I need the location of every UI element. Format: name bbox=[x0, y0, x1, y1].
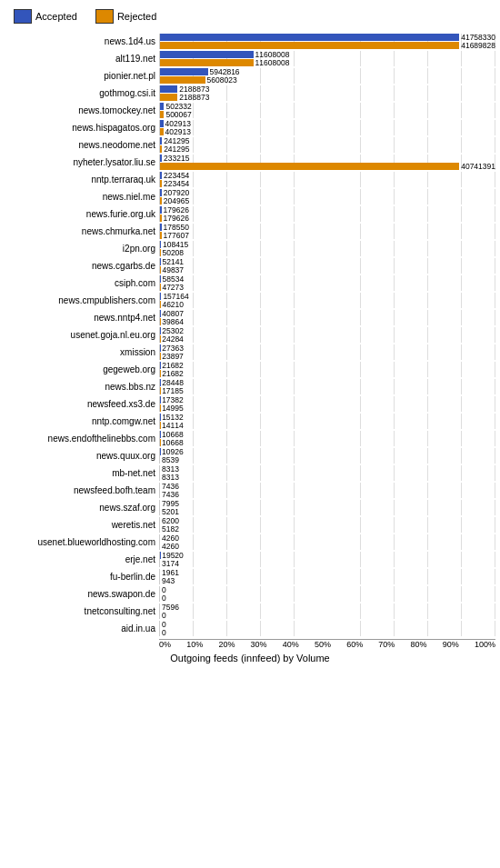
accepted-bar-line: 21682 bbox=[160, 362, 495, 369]
rejected-bar-line: 0 bbox=[160, 612, 495, 619]
x-tick: 60% bbox=[346, 640, 363, 649]
bars-section: 74367436 bbox=[159, 483, 495, 498]
rejected-value: 0 bbox=[160, 628, 166, 637]
bars-section: 207920204965 bbox=[159, 189, 495, 205]
bar-label: weretis.net bbox=[5, 520, 159, 530]
rejected-bar-line: 21682 bbox=[160, 370, 495, 377]
bar-label: newsfeed.bofh.team bbox=[5, 485, 159, 495]
bar-group: 75960 bbox=[160, 604, 495, 619]
rejected-value: 204965 bbox=[162, 196, 189, 205]
bar-label: i2pn.org bbox=[5, 244, 159, 254]
rejected-bar bbox=[160, 76, 205, 84]
bar-row: tnetconsulting.net75960 bbox=[5, 603, 495, 619]
accepted-bar-line: 4260 bbox=[160, 534, 495, 542]
bar-row: newsfeed.bofh.team74367436 bbox=[5, 482, 495, 498]
rejected-value: 0 bbox=[160, 594, 166, 603]
x-tick: 50% bbox=[315, 640, 331, 649]
accepted-bar-line: 7436 bbox=[160, 483, 495, 490]
rejected-bar-line: 5608023 bbox=[160, 76, 495, 84]
bars-section: 1738214995 bbox=[159, 396, 495, 412]
bar-row: mb-net.net83138313 bbox=[5, 464, 495, 481]
rejected-value: 17185 bbox=[160, 386, 184, 395]
accepted-bar-line: 7995 bbox=[160, 500, 495, 507]
rejected-bar-line: 10668 bbox=[160, 439, 495, 446]
bar-group: 00 bbox=[160, 586, 495, 602]
bar-label: news.cmpublishers.com bbox=[5, 295, 159, 305]
bars-section: 1961943 bbox=[159, 569, 495, 584]
bar-group: 62005182 bbox=[160, 517, 495, 533]
bar-row: news.hispagatos.org402913402913 bbox=[5, 119, 495, 135]
bar-group: 4080739864 bbox=[160, 310, 495, 325]
accepted-bar-line: 28448 bbox=[160, 379, 495, 386]
bar-label: xmission bbox=[5, 347, 159, 357]
bar-label: usenet.goja.nl.eu.org bbox=[5, 330, 159, 340]
rejected-value: 41689828 bbox=[459, 41, 495, 50]
bar-group: 5853447273 bbox=[160, 275, 495, 291]
bar-group: 83138313 bbox=[160, 465, 495, 481]
bar-label: news.swapon.de bbox=[5, 589, 159, 599]
bar-group: 195203174 bbox=[160, 552, 495, 567]
bar-row: gothmog.csi.it21888732188873 bbox=[5, 85, 495, 101]
bar-row: news.cgarbs.de5214149837 bbox=[5, 257, 495, 274]
bar-label: news.chmurka.net bbox=[5, 226, 159, 236]
rejected-value: 5182 bbox=[160, 524, 179, 534]
bar-row: news.nntp4.net4080739864 bbox=[5, 309, 495, 325]
rejected-bar-line: 177607 bbox=[160, 232, 495, 239]
bars-section: 2736323897 bbox=[159, 344, 495, 360]
bars-section: 402913402913 bbox=[159, 120, 495, 135]
rejected-value: 402913 bbox=[164, 127, 191, 136]
accepted-bar-line: 108415 bbox=[160, 241, 495, 248]
x-tick: 20% bbox=[218, 640, 235, 649]
rejected-value: 0 bbox=[160, 611, 166, 620]
rejected-bar bbox=[160, 42, 459, 49]
accepted-bar-line: 15132 bbox=[160, 414, 495, 421]
rejected-value: 14114 bbox=[160, 421, 184, 430]
rejected-value: 5201 bbox=[160, 507, 179, 516]
legend-accepted: Accepted bbox=[14, 9, 77, 24]
bars-section: 4080739864 bbox=[159, 310, 495, 325]
bar-label: nntp.terraraq.uk bbox=[5, 175, 159, 185]
bars-section: 5214149837 bbox=[159, 258, 495, 274]
rejected-bar-line: 47273 bbox=[160, 284, 495, 291]
rejected-value: 500067 bbox=[164, 110, 191, 119]
rejected-bar-line: 24284 bbox=[160, 335, 495, 343]
rejected-bar-line: 8313 bbox=[160, 474, 495, 481]
bar-row: i2pn.org10841550208 bbox=[5, 240, 495, 256]
accepted-bar-line: 178550 bbox=[160, 224, 495, 231]
rejected-bar-line: 7436 bbox=[160, 491, 495, 498]
bar-row: newsfeed.xs3.de1738214995 bbox=[5, 395, 495, 412]
legend-rejected: Rejected bbox=[95, 9, 156, 24]
bars-section: 10841550208 bbox=[159, 241, 495, 256]
bar-row: usenet.goja.nl.eu.org2530224284 bbox=[5, 326, 495, 343]
x-tick: 30% bbox=[251, 640, 267, 649]
bar-group: 4175833041689828 bbox=[160, 34, 495, 49]
x-tick: 0% bbox=[159, 640, 171, 649]
bar-group: 223454223454 bbox=[160, 172, 495, 187]
bar-row: news.neodome.net241295241295 bbox=[5, 136, 495, 153]
bar-label: news.nntp4.net bbox=[5, 313, 159, 323]
bar-group: 21888732188873 bbox=[160, 85, 495, 101]
bar-row: aid.in.ua00 bbox=[5, 620, 495, 636]
accepted-bar-line: 402913 bbox=[160, 120, 495, 127]
rejected-bar-line: 5201 bbox=[160, 508, 495, 515]
bars-section: 1160800811608008 bbox=[159, 51, 495, 66]
bars-section: 00 bbox=[159, 621, 495, 636]
bars-section: 79955201 bbox=[159, 500, 495, 515]
bar-group: 207920204965 bbox=[160, 189, 495, 205]
accepted-bar-line: 179626 bbox=[160, 206, 495, 214]
bar-group: 1961943 bbox=[160, 569, 495, 584]
rejected-bar-line: 2188873 bbox=[160, 94, 495, 101]
bar-label: usenet.blueworldhosting.com bbox=[5, 537, 159, 547]
bar-label: news.szaf.org bbox=[5, 503, 159, 513]
bar-group: 23321540741391 bbox=[160, 155, 495, 170]
bars-section: 178550177607 bbox=[159, 224, 495, 239]
rejected-bar-line: 14114 bbox=[160, 422, 495, 429]
bar-group: 2736323897 bbox=[160, 344, 495, 360]
accepted-bar-line: 502332 bbox=[160, 103, 495, 110]
bar-group: 2844817185 bbox=[160, 379, 495, 394]
rejected-value: 8539 bbox=[160, 455, 179, 464]
bar-row: nntp.terraraq.uk223454223454 bbox=[5, 171, 495, 187]
accepted-bar-line: 223454 bbox=[160, 172, 495, 179]
bar-label: fu-berlin.de bbox=[5, 572, 159, 582]
bar-row: news.swapon.de00 bbox=[5, 585, 495, 602]
